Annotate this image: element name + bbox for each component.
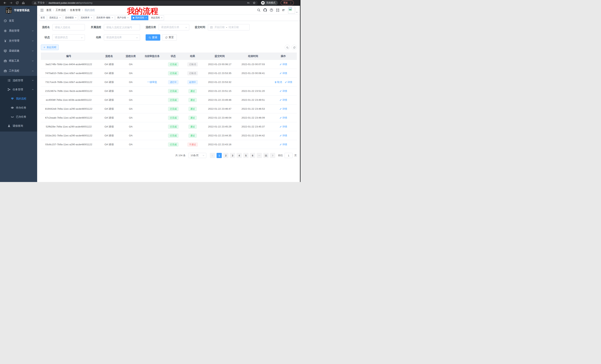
process-name-input[interactable] [52,24,85,30]
close-tab-icon[interactable]: × [91,17,92,19]
end-date-placeholder: 结束日期 [229,26,239,29]
close-tab-icon[interactable]: × [112,17,113,19]
category-select[interactable]: 请选择流程分类 [159,24,189,30]
breadcrumb-item[interactable]: 任务管理 [70,9,80,12]
action-详情[interactable]: 详情 [280,89,287,93]
cell-submit-time: 2022-01-22 23:43:16 [203,143,236,146]
bookmark-star-icon[interactable] [253,1,256,4]
browser-forward-icon[interactable] [10,1,13,4]
page-button-2[interactable]: 2 [223,153,229,158]
action-详情[interactable]: 详情 [280,116,287,119]
sidebar-item-研发工具[interactable]: 研发工具 [0,56,37,66]
status-select[interactable]: 请选择状态 [52,34,85,41]
breadcrumb-item[interactable]: 工作流程 [56,9,66,12]
action-取消[interactable]: 取消 [274,80,282,84]
filter-label: 所属流程 [90,26,101,29]
edit-icon [280,144,282,146]
tab-流程表单[interactable]: 流程表单× [79,15,94,20]
avatar-caret-down-icon[interactable] [296,11,298,13]
toggle-search-button[interactable] [285,45,290,50]
close-tab-icon[interactable]: × [145,17,147,19]
cell-result: 通过 [182,125,203,129]
action-详情[interactable]: 详情 [280,107,287,111]
password-key-icon[interactable] [247,1,250,4]
pagination-goto: 前往页 [278,153,297,158]
browser-update-button[interactable]: 更新 [281,0,294,5]
table-row: 2152467e-7b9b-11ec-9a1b-acde48001122OA 请… [41,87,297,96]
close-tab-icon[interactable]: × [60,17,60,19]
sidebar-item-支付管理[interactable]: 支付管理 [0,36,37,46]
result-badge: 通过 [189,98,197,102]
tab-流程定义[interactable]: 流程定义× [48,15,62,20]
sidebar-item-任务管理[interactable]: 任务管理 [0,85,37,94]
header-search-icon[interactable] [257,8,260,12]
action-详情[interactable]: 详情 [280,134,287,137]
action-详情[interactable]: 详情 [280,143,287,146]
tab-首页[interactable]: 首页 [39,15,47,20]
sidebar-item-待办任务[interactable]: 待办任务 [0,103,37,112]
close-tab-icon[interactable]: × [161,17,162,19]
prev-page-button[interactable] [210,153,215,158]
page-button-5[interactable]: 5 [243,153,249,158]
sidebar-item-首页[interactable]: 首页 [0,16,37,26]
avatar[interactable] [288,7,295,14]
close-tab-icon[interactable]: × [75,17,76,19]
process-definition-input[interactable] [104,24,140,30]
cell-submit-time: 2022-01-22 23:44:35 [203,134,236,137]
result-badge: 不通过 [187,143,198,147]
sidebar-item-请假查询[interactable]: 请假查询 [0,121,37,130]
page-button-1[interactable]: 1 [217,153,222,158]
hamburger-icon[interactable] [40,8,44,12]
tab-我的流程[interactable]: 我的流程× [131,15,148,20]
search-button[interactable]: 搜索 [146,34,160,41]
github-icon[interactable] [263,8,267,12]
sidebar-logo[interactable]: 芋道管理系统 [0,6,37,15]
breadcrumb-item[interactable]: 首页 [46,9,51,12]
date-range-picker[interactable]: 开始日期 - 结束日期 [208,24,250,30]
tab-流程模型[interactable]: 流程模型× [63,15,78,20]
refresh-table-button[interactable] [291,45,297,50]
tab-流程表单-编辑[interactable]: 流程表单-编辑× [95,15,114,20]
table-row: 3ad174fb-7b9d-11ec-8404-acde48001122OA 请… [41,60,297,69]
browser-reload-icon[interactable] [16,1,19,4]
action-详情[interactable]: 详情 [280,63,287,66]
close-tab-icon[interactable]: × [127,17,129,19]
browser-back-icon[interactable] [3,1,7,4]
current-task-link[interactable]: 一级审批 [147,81,157,84]
sidebar-item-基础设施[interactable]: 基础设施 [0,46,37,56]
page-button-4[interactable]: 4 [237,153,242,158]
page-size-select[interactable]: 10条/页 [188,153,206,158]
start-process-button[interactable]: 发起流程 [41,45,59,50]
page-button-6[interactable]: 6 [250,153,255,158]
cell-category: OA [122,63,140,66]
chevron-left-icon [211,154,214,157]
sidebar-item-系统管理[interactable]: 系统管理 [0,26,37,36]
action-详情[interactable]: 详情 [280,125,287,128]
tab-用户分组[interactable]: 用户分组× [116,15,130,20]
goto-page-input[interactable] [285,153,293,158]
sidebar-item-我的流程[interactable]: 我的流程 [0,94,37,103]
help-icon[interactable] [270,8,273,12]
action-详情[interactable]: 详情 [280,98,287,102]
url-bar[interactable]: 不安全 dashboard.yudao.iocoder.cn/bpm/task/… [31,1,258,5]
page-button-11[interactable]: 11 [263,153,269,158]
edit-icon [280,134,282,137]
page-content: 流程名 所属流程 流程分类 请选择流程分类 [37,21,300,162]
result-select[interactable]: 请选择流结果 [104,34,140,41]
sidebar-item-工作流程[interactable]: 工作流程 [0,66,37,76]
tab-发起流程[interactable]: 发起流程× [149,15,164,20]
browser-menu-icon[interactable] [290,2,292,4]
cell-process-name: OA 请假 [97,89,122,93]
sidebar-item-label: 请假查询 [13,124,23,128]
reset-button[interactable]: 重置 [162,34,177,41]
browser-home-icon[interactable] [22,1,25,4]
pagination-ellipsis[interactable] [257,153,262,158]
sidebar-item-流程管理[interactable]: 流程管理 [0,76,37,85]
action-详情[interactable]: 详情 [285,80,292,84]
fullscreen-icon[interactable] [276,8,280,12]
action-详情[interactable]: 详情 [280,72,287,75]
font-size-icon[interactable]: tT [282,9,285,11]
page-button-3[interactable]: 3 [230,153,235,158]
next-page-button[interactable] [270,153,275,158]
sidebar-item-已办任务[interactable]: 已办任务 [0,112,37,121]
